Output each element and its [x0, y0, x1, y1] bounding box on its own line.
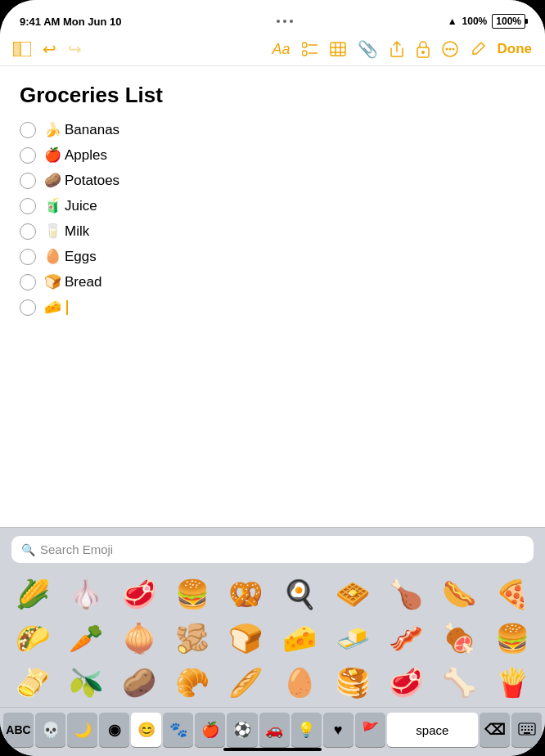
- emoji-bone[interactable]: 🦴: [434, 661, 485, 704]
- checkbox[interactable]: [20, 122, 36, 138]
- checkbox[interactable]: [20, 299, 36, 316]
- flag-emoji-button[interactable]: 🚩: [355, 713, 385, 747]
- list-item[interactable]: 🍎Apples: [20, 146, 525, 164]
- emoji-pretzel[interactable]: 🥨: [220, 573, 272, 615]
- sidebar-toggle-button[interactable]: [13, 42, 31, 56]
- list-item[interactable]: 🧃Juice: [20, 197, 525, 214]
- emoji-wrap[interactable]: 🫔: [7, 661, 58, 704]
- item-text: 🍌Bananas: [44, 121, 119, 138]
- emoji-burger2[interactable]: 🍔: [487, 617, 538, 659]
- toolbar-right: Aa 📎: [272, 39, 532, 59]
- circle-emoji-button[interactable]: ◉: [99, 713, 129, 747]
- svg-rect-26: [531, 729, 533, 731]
- emoji-waffle[interactable]: 🧇: [327, 573, 378, 615]
- checkbox[interactable]: [20, 173, 36, 189]
- space-button[interactable]: space: [387, 713, 478, 747]
- note-title[interactable]: Groceries List: [20, 83, 525, 108]
- undo-button[interactable]: ↩: [43, 39, 56, 59]
- smiley-emoji-button[interactable]: 😊: [131, 713, 161, 747]
- emoji-corn[interactable]: 🌽: [7, 573, 58, 615]
- checkbox[interactable]: [20, 249, 36, 265]
- emoji-butter[interactable]: 🧈: [327, 617, 378, 659]
- edit-button[interactable]: [470, 41, 486, 57]
- svg-rect-25: [528, 729, 529, 731]
- delete-button[interactable]: ⌫: [480, 713, 510, 747]
- table-button[interactable]: [330, 42, 346, 56]
- emoji-pizza[interactable]: 🍕: [487, 573, 538, 615]
- list-item[interactable]: 🍌Bananas: [20, 121, 525, 138]
- emoji-chicken-leg[interactable]: 🍗: [380, 573, 431, 615]
- bulb-emoji-button[interactable]: 💡: [291, 713, 322, 747]
- emoji-bacon[interactable]: 🥓: [380, 617, 431, 659]
- ball-emoji-button[interactable]: ⚽: [227, 713, 257, 747]
- note-content: Groceries List 🍌Bananas 🍎Apples 🥔Potatoe…: [0, 66, 545, 516]
- list-item[interactable]: 🥛Milk: [20, 223, 525, 240]
- checkbox[interactable]: [20, 198, 36, 214]
- home-indicator: [223, 748, 322, 751]
- list-item[interactable]: 🥚Eggs: [20, 248, 525, 265]
- svg-rect-0: [13, 42, 20, 56]
- done-button[interactable]: Done: [498, 41, 533, 57]
- emoji-onion[interactable]: 🧅: [113, 617, 164, 659]
- paw-emoji-button[interactable]: 🐾: [163, 713, 193, 747]
- item-text: 🧃Juice: [44, 197, 97, 214]
- list-item[interactable]: 🥔Potatoes: [20, 172, 525, 189]
- item-text: 🥔Potatoes: [44, 172, 119, 189]
- list-item[interactable]: 🧀: [20, 299, 525, 316]
- more-button[interactable]: [442, 41, 458, 57]
- skull-emoji-button[interactable]: 💀: [35, 713, 65, 747]
- text-format-button[interactable]: Aa: [272, 41, 290, 58]
- attach-button[interactable]: 📎: [358, 39, 378, 59]
- svg-point-3: [302, 43, 307, 47]
- checkbox[interactable]: [20, 274, 36, 290]
- emoji-search-bar: 🔍 Search Emoji: [0, 528, 545, 569]
- share-button[interactable]: [390, 40, 404, 58]
- emoji-fries[interactable]: 🍟: [487, 661, 538, 704]
- svg-rect-24: [525, 729, 526, 731]
- emoji-carrot[interactable]: 🥕: [60, 617, 111, 659]
- checkbox[interactable]: [20, 223, 36, 240]
- svg-point-13: [421, 51, 425, 54]
- car-emoji-button[interactable]: 🚗: [259, 713, 290, 747]
- emoji-search-input[interactable]: 🔍 Search Emoji: [11, 536, 534, 563]
- emoji-potato[interactable]: 🥔: [113, 661, 164, 704]
- svg-rect-27: [524, 732, 530, 734]
- abc-button[interactable]: ABC: [3, 713, 34, 747]
- emoji-burger[interactable]: 🍔: [167, 573, 218, 615]
- list-item[interactable]: 🍞Bread: [20, 273, 525, 290]
- lock-button[interactable]: [416, 40, 430, 58]
- svg-rect-7: [331, 43, 345, 56]
- checklist-button[interactable]: [302, 42, 318, 56]
- keyboard-switch-button[interactable]: [511, 713, 542, 747]
- item-text: 🧀: [44, 299, 68, 316]
- emoji-egg[interactable]: 🥚: [273, 661, 325, 704]
- wifi-icon: ▲: [448, 16, 457, 27]
- svg-rect-21: [528, 726, 529, 727]
- search-icon: 🔍: [21, 543, 35, 556]
- redo-button[interactable]: ↪: [68, 39, 82, 59]
- emoji-steak[interactable]: 🥩: [380, 661, 431, 704]
- emoji-pancakes[interactable]: 🥞: [327, 661, 378, 704]
- emoji-hotdog[interactable]: 🌭: [434, 573, 485, 615]
- emoji-meat[interactable]: 🥩: [113, 573, 164, 615]
- emoji-ginger[interactable]: 🫚: [167, 617, 218, 659]
- emoji-garlic[interactable]: 🧄: [60, 573, 111, 615]
- svg-rect-19: [521, 726, 523, 727]
- note-toolbar: ↩ ↪ Aa: [0, 33, 545, 66]
- emoji-olive[interactable]: 🫒: [60, 661, 111, 704]
- emoji-taco[interactable]: 🌮: [7, 617, 58, 659]
- moon-emoji-button[interactable]: 🌙: [67, 713, 97, 747]
- heart-emoji-button[interactable]: ♥: [323, 713, 354, 747]
- emoji-keyboard: 🔍 Search Emoji 🌽 🧄 🥩 🍔 🥨 🍳 🧇 🍗 🌭 🍕 🌮 🥕 🧅…: [0, 527, 545, 756]
- item-text: 🥚Eggs: [44, 248, 97, 265]
- emoji-bread[interactable]: 🍞: [220, 617, 272, 659]
- emoji-meat-bone[interactable]: 🍖: [434, 617, 485, 659]
- apple-emoji-button[interactable]: 🍎: [195, 713, 225, 747]
- checkbox[interactable]: [20, 147, 36, 164]
- item-text: 🍎Apples: [44, 146, 107, 164]
- emoji-cheese[interactable]: 🧀: [273, 617, 325, 659]
- emoji-frying-pan[interactable]: 🍳: [273, 573, 325, 615]
- status-time: 9:41 AM Mon Jun 10: [20, 16, 122, 28]
- emoji-baguette[interactable]: 🥖: [220, 661, 272, 704]
- emoji-croissant[interactable]: 🥐: [167, 661, 218, 704]
